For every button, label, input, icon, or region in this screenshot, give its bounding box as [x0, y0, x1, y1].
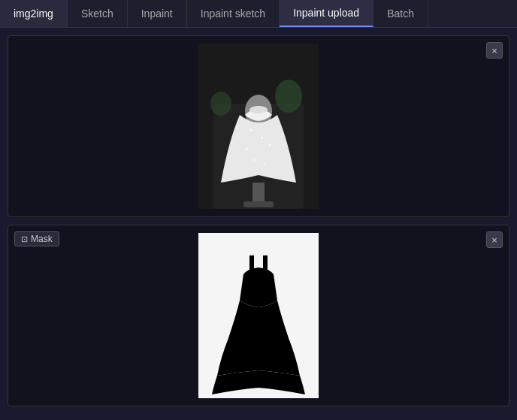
svg-rect-3: [243, 201, 274, 207]
tab-bar: img2img Sketch Inpaint Inpaint sketch In…: [0, 0, 517, 28]
image-display: [8, 36, 509, 216]
svg-point-5: [249, 106, 268, 113]
svg-point-13: [210, 92, 231, 116]
tab-inpaint-upload[interactable]: Inpaint upload: [280, 0, 373, 27]
svg-point-9: [269, 144, 271, 147]
mask-upload-panel[interactable]: ⊡ Mask ×: [8, 225, 509, 406]
dress-image: [198, 44, 319, 209]
tab-batch[interactable]: Batch: [373, 0, 428, 27]
tab-inpaint-sketch[interactable]: Inpaint sketch: [187, 0, 280, 27]
svg-point-6: [250, 129, 252, 131]
svg-point-12: [275, 80, 302, 113]
svg-point-11: [264, 163, 266, 165]
svg-point-10: [254, 159, 256, 162]
tab-img2img[interactable]: img2img: [0, 0, 68, 27]
mask-display: [8, 225, 509, 406]
image-upload-panel[interactable]: ×: [8, 35, 509, 217]
tab-inpaint[interactable]: Inpaint: [128, 0, 187, 27]
svg-point-7: [262, 137, 264, 139]
mask-icon: ⊡: [21, 234, 28, 244]
close-mask-button[interactable]: ×: [486, 231, 503, 248]
mask-image: [198, 233, 319, 398]
close-image-button[interactable]: ×: [486, 42, 503, 59]
mask-label: ⊡ Mask: [14, 231, 59, 246]
svg-point-8: [246, 148, 249, 150]
content-area: ×: [0, 28, 517, 414]
tab-sketch[interactable]: Sketch: [68, 0, 128, 27]
